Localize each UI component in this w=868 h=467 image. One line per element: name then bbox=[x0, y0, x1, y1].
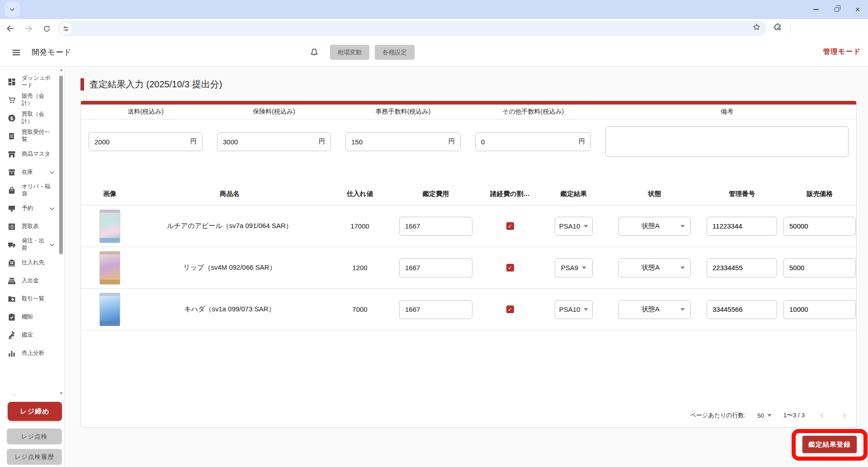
appraisal-result-select[interactable]: PSA10 bbox=[555, 300, 593, 319]
reload-button[interactable] bbox=[39, 21, 54, 36]
bell-icon bbox=[309, 48, 319, 57]
card-accent-bar bbox=[81, 101, 856, 105]
bag-icon bbox=[7, 186, 16, 195]
sidebar-item-oripa[interactable]: オリパ・福袋 bbox=[0, 181, 58, 200]
expense-split-checkbox[interactable]: ✓ bbox=[506, 264, 514, 272]
product-image bbox=[99, 251, 120, 285]
chevron-down-icon bbox=[49, 205, 55, 212]
product-image bbox=[99, 293, 120, 326]
expense-split-checkbox[interactable]: ✓ bbox=[506, 222, 514, 230]
sidebar-item-appraisal[interactable]: 鑑定 bbox=[0, 326, 58, 344]
various-settings-button[interactable]: 各種設定 bbox=[375, 45, 415, 60]
col-appraisal-result: 鑑定結果 bbox=[540, 190, 608, 198]
sidebar-item-sales[interactable]: 販売（会計） bbox=[0, 91, 58, 109]
browser-toolbar bbox=[0, 19, 868, 38]
condition-value: 状態A bbox=[624, 222, 677, 230]
handling-fee-field: 円 bbox=[345, 132, 461, 151]
selling-price-input[interactable] bbox=[783, 217, 856, 236]
restore-button[interactable] bbox=[826, 0, 847, 19]
sidebar-item-supplier[interactable]: M 仕入れ先 bbox=[0, 254, 58, 272]
sidebar-item-label: 商品マスタ bbox=[22, 151, 55, 158]
sidebar-item-product-master[interactable]: 商品マスタ bbox=[0, 145, 58, 163]
register-check-button[interactable]: レジ点検 bbox=[7, 429, 62, 444]
extensions-button[interactable] bbox=[773, 23, 783, 32]
appraisal-fee-input[interactable] bbox=[399, 217, 472, 236]
product-name: リップ（sv4M 092/066 SAR） bbox=[131, 263, 328, 272]
expense-split-checkbox[interactable]: ✓ bbox=[506, 305, 514, 313]
management-number-input[interactable] bbox=[707, 258, 777, 277]
register-check-history-button[interactable]: レジ点検履歴 bbox=[7, 449, 62, 465]
check-icon: ✓ bbox=[508, 265, 512, 271]
sidebar-scrollbar[interactable] bbox=[59, 76, 63, 254]
handling-fee-input[interactable] bbox=[351, 138, 446, 146]
title-accent-bar bbox=[80, 78, 84, 91]
rows-per-page-label: ページあたりの行数: bbox=[690, 411, 745, 419]
condition-select[interactable]: 状態A bbox=[618, 217, 691, 236]
sidebar-item-buyback-table[interactable]: 買取表 bbox=[0, 218, 58, 236]
appraisal-result-select[interactable]: PSA10 bbox=[555, 217, 593, 236]
app-title: 開発モード bbox=[32, 47, 71, 57]
sidebar-item-label: 入出金 bbox=[22, 277, 55, 285]
bank-icon: M bbox=[7, 258, 16, 267]
management-number-input[interactable] bbox=[707, 217, 777, 236]
condition-select[interactable]: 状態A bbox=[618, 300, 691, 319]
previous-page-button[interactable]: ‹ bbox=[816, 410, 827, 421]
remarks-textarea[interactable] bbox=[605, 126, 849, 157]
sidebar-item-inventory[interactable]: 在庫 bbox=[0, 163, 58, 181]
sidebar-scroll-down-icon[interactable]: ▼ bbox=[59, 391, 63, 396]
sidebar-item-dashboard[interactable]: ダッシュボード bbox=[0, 73, 58, 91]
register-close-button[interactable]: レジ締め bbox=[8, 402, 62, 421]
dropdown-arrow-icon bbox=[767, 414, 772, 417]
address-bar[interactable] bbox=[58, 21, 766, 36]
shipping-fee-input[interactable] bbox=[94, 138, 188, 146]
menu-button[interactable] bbox=[10, 46, 23, 59]
page-title-row: 査定結果入力 (2025/10/3 提出分) bbox=[80, 78, 222, 91]
rows-per-page-select[interactable]: 50 bbox=[757, 412, 771, 419]
next-page-button[interactable]: › bbox=[839, 410, 850, 421]
page-title: 査定結果入力 (2025/10/3 提出分) bbox=[90, 78, 222, 91]
dropdown-arrow-icon bbox=[680, 308, 685, 311]
sidebar-item-transactions[interactable]: 取引一覧 bbox=[0, 290, 58, 308]
appraisal-fee-input[interactable] bbox=[399, 300, 472, 319]
register-appraisal-results-button[interactable]: 鑑定結果登録 bbox=[802, 436, 857, 453]
forward-button[interactable] bbox=[21, 21, 36, 36]
sidebar-scroll-up-icon[interactable]: ▲ bbox=[59, 67, 63, 72]
market-change-button[interactable]: 相場変動 bbox=[330, 45, 369, 60]
sidebar-item-buyback[interactable]: $ 買取（会計） bbox=[0, 109, 58, 127]
sidebar-item-label: 買取（会計） bbox=[22, 111, 55, 125]
yen-unit: 円 bbox=[190, 138, 197, 146]
management-number-input[interactable] bbox=[707, 300, 777, 319]
appraisal-result-select[interactable]: PSA9 bbox=[555, 258, 593, 277]
close-button[interactable]: × bbox=[847, 0, 868, 19]
sidebar-item-label: 発注・出荷 bbox=[22, 238, 48, 252]
dropdown-arrow-icon bbox=[680, 225, 685, 228]
admin-mode-link[interactable]: 管理モード bbox=[823, 47, 861, 57]
selling-price-input[interactable] bbox=[783, 258, 856, 277]
notifications-button[interactable] bbox=[307, 46, 321, 59]
tab-search-button[interactable] bbox=[5, 2, 20, 17]
appraisal-fee-input[interactable] bbox=[399, 258, 472, 277]
site-settings-button[interactable] bbox=[60, 23, 72, 35]
shipping-fee-field: 円 bbox=[89, 132, 203, 151]
bookmark-button[interactable] bbox=[752, 23, 761, 31]
other-fee-input[interactable] bbox=[481, 138, 576, 146]
condition-select[interactable]: 状態A bbox=[618, 258, 691, 277]
insurance-fee-input[interactable] bbox=[223, 138, 316, 146]
minimize-icon bbox=[813, 9, 819, 10]
sidebar-item-buyback-list[interactable]: 買取受付一覧 bbox=[0, 127, 58, 145]
table-row: キハダ（sv1a 099/073 SAR） 7000 ✓ PSA10 状態A bbox=[81, 289, 856, 330]
insurance-fee-field: 円 bbox=[217, 132, 331, 151]
svg-text:$: $ bbox=[10, 116, 14, 121]
selling-price-input[interactable] bbox=[783, 300, 856, 319]
sidebar-item-stocktake[interactable]: 棚卸 bbox=[0, 308, 58, 326]
minimize-button[interactable] bbox=[806, 0, 826, 19]
sidebar-item-label: 仕入れ先 bbox=[22, 259, 55, 267]
sidebar-item-cash[interactable]: 入出金 bbox=[0, 272, 58, 290]
check-icon: ✓ bbox=[508, 223, 512, 229]
register-icon bbox=[7, 276, 16, 286]
sidebar-item-reservation[interactable]: 予約 bbox=[0, 200, 58, 218]
sidebar-item-shipping[interactable]: 発注・出荷 bbox=[0, 236, 58, 254]
sidebar-item-analytics[interactable]: 売上分析 bbox=[0, 344, 58, 362]
check-icon: ✓ bbox=[508, 306, 512, 313]
back-button[interactable] bbox=[3, 21, 18, 36]
